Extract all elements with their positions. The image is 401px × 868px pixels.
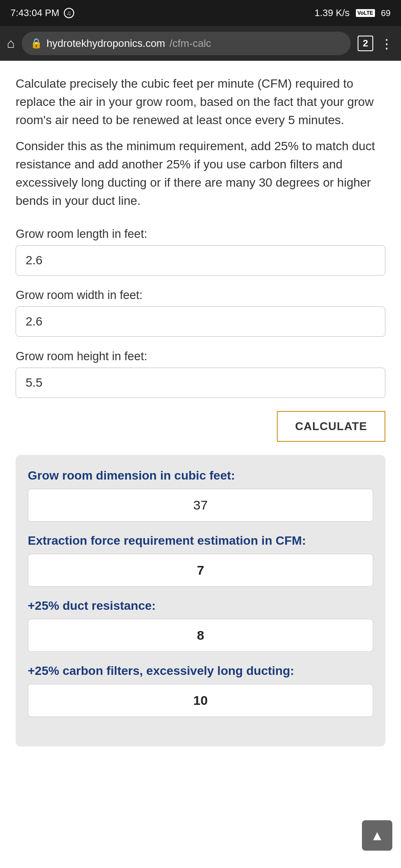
height-label: Grow room height in feet: xyxy=(16,350,385,363)
duct-value: 8 xyxy=(28,619,373,652)
browser-bar: ⌂ 🔒 hydrotekhydroponics.com /cfm-calc 2 … xyxy=(0,26,401,61)
scroll-top-button[interactable]: ▲ xyxy=(362,820,392,851)
status-left: 7:43:04 PM ♫ xyxy=(10,7,74,19)
page-content: Calculate precisely the cubic feet per m… xyxy=(0,61,401,746)
duct-title: +25% duct resistance: xyxy=(28,599,373,613)
carbon-block: +25% carbon filters, excessively long du… xyxy=(28,664,373,717)
dimension-title: Grow room dimension in cubic feet: xyxy=(28,469,373,483)
battery-percent: 69 xyxy=(381,8,391,18)
status-right: 1.39 K/s VoLTE 69 xyxy=(315,7,391,19)
carbon-title: +25% carbon filters, excessively long du… xyxy=(28,664,373,678)
tab-count[interactable]: 2 xyxy=(358,36,373,51)
calculate-row: CALCULATE xyxy=(16,411,385,442)
time: 7:43:04 PM xyxy=(10,7,59,19)
lock-icon: 🔒 xyxy=(30,38,42,49)
height-input[interactable] xyxy=(16,368,385,398)
url-domain: hydrotekhydroponics.com xyxy=(46,37,165,49)
results-section: Grow room dimension in cubic feet: 37 Ex… xyxy=(16,455,385,746)
url-bar[interactable]: 🔒 hydrotekhydroponics.com /cfm-calc xyxy=(22,32,351,55)
spotify-icon: ♫ xyxy=(64,8,74,18)
calculator-form: Grow room length in feet: Grow room widt… xyxy=(16,227,385,442)
home-button[interactable]: ⌂ xyxy=(7,36,15,51)
width-field-group: Grow room width in feet: xyxy=(16,289,385,337)
volte-badge: VoLTE xyxy=(356,9,375,17)
cfm-title: Extraction force requirement estimation … xyxy=(28,534,373,548)
url-path: /cfm-calc xyxy=(170,37,211,49)
length-input[interactable] xyxy=(16,245,385,276)
cfm-block: Extraction force requirement estimation … xyxy=(28,534,373,587)
height-field-group: Grow room height in feet: xyxy=(16,350,385,398)
width-label: Grow room width in feet: xyxy=(16,289,385,302)
cfm-value: 7 xyxy=(28,554,373,587)
dimension-value: 37 xyxy=(28,489,373,522)
duct-block: +25% duct resistance: 8 xyxy=(28,599,373,652)
network-speed: 1.39 K/s xyxy=(315,7,350,19)
description-paragraph-1: Calculate precisely the cubic feet per m… xyxy=(16,75,385,129)
calculate-button[interactable]: CALCULATE xyxy=(277,411,385,442)
menu-dots[interactable]: ⋮ xyxy=(380,36,394,51)
description-block: Calculate precisely the cubic feet per m… xyxy=(16,75,385,210)
carbon-value: 10 xyxy=(28,684,373,717)
length-label: Grow room length in feet: xyxy=(16,227,385,241)
dimension-block: Grow room dimension in cubic feet: 37 xyxy=(28,469,373,522)
width-input[interactable] xyxy=(16,306,385,337)
length-field-group: Grow room length in feet: xyxy=(16,227,385,276)
status-bar: 7:43:04 PM ♫ 1.39 K/s VoLTE 69 xyxy=(0,0,401,26)
description-paragraph-2: Consider this as the minimum requirement… xyxy=(16,137,385,210)
